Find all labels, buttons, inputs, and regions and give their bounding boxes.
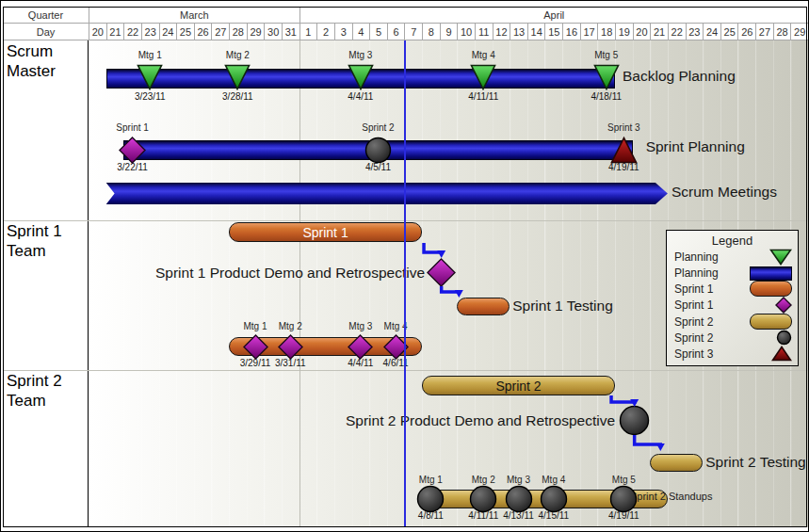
milestone-label: Mtg 5	[584, 475, 663, 485]
milestone-mtg-2-triangle-down[interactable]	[224, 64, 251, 90]
milestone-mtg-5-circle[interactable]	[609, 485, 638, 513]
task-bar-scrum-meetings[interactable]	[106, 183, 668, 204]
milestone-mtg-4-circle[interactable]	[540, 485, 568, 513]
task-label-sprint1-testing: Sprint 1 Testing	[512, 298, 613, 314]
day-header-cell: 29	[790, 24, 808, 40]
day-header-cell: 25	[720, 24, 738, 40]
day-header-cell: 5	[369, 24, 387, 40]
milestone-mtg-3-triangle-down[interactable]	[348, 64, 374, 90]
day-header-cell: 13	[510, 24, 527, 40]
milestone-sprint1-demo-diamond[interactable]	[427, 258, 456, 287]
row-header-column	[3, 7, 89, 527]
day-header-cell: 9	[440, 24, 458, 40]
day-header-cell: 20	[633, 24, 651, 40]
day-header-cell: 22	[123, 24, 141, 40]
milestone-mtg-3-circle[interactable]	[505, 485, 533, 513]
current-date-line	[404, 40, 406, 527]
task-bar-label: Sprint 2	[423, 377, 614, 395]
legend-shape-triangle-up-darkred	[743, 346, 794, 362]
day-header-cell: 11	[475, 24, 493, 40]
milestone-date: 4/19/11	[584, 162, 663, 172]
legend-item: Sprint 2	[671, 314, 794, 330]
day-header-cell: 14	[527, 24, 545, 40]
day-header-cell: 3	[334, 24, 352, 40]
milestone-mtg-4-triangle-down[interactable]	[470, 64, 496, 90]
milestone-date: 3/31/11	[251, 358, 330, 368]
milestone-mtg-2-circle[interactable]	[469, 485, 497, 513]
day-header-cell: 2	[316, 24, 334, 40]
day-header-cell: 26	[737, 24, 755, 40]
legend-item: Sprint 1	[671, 281, 794, 297]
milestone-mtg-1-triangle-down[interactable]	[137, 64, 163, 90]
legend-bar-swatch	[750, 314, 792, 330]
task-bar-label: Sprint 1	[230, 223, 421, 241]
legend-shape-triangle-down-green	[743, 249, 794, 266]
legend-item-label: Sprint 2	[671, 315, 743, 329]
gantt-chart: Quarter Day MarchApril 20212223242526272…	[0, 0, 809, 532]
task-bar-sprint1-testing[interactable]	[457, 298, 510, 315]
legend-item-label: Sprint 1	[671, 298, 743, 312]
milestone-sprint2-demo-circle[interactable]	[619, 405, 650, 436]
day-header-cell: 19	[615, 24, 633, 40]
day-header-cell: 23	[686, 24, 704, 40]
milestone-sprint-2-circle[interactable]	[364, 137, 392, 164]
milestone-label: Mtg 2	[251, 321, 330, 331]
day-header-cell: 27	[211, 24, 229, 40]
milestone-label: Mtg 2	[198, 50, 277, 60]
day-header-cell: 20	[89, 24, 106, 40]
task-bar-sprint2[interactable]: Sprint 2	[422, 376, 615, 395]
legend-shape-diamond-purple	[743, 297, 794, 314]
day-header-cell: 24	[159, 24, 177, 40]
day-header-cell: 24	[703, 24, 720, 40]
milestone-label: Mtg 5	[567, 50, 646, 60]
milestone-date: 3/22/11	[93, 162, 172, 172]
legend-item-label: Planning	[671, 266, 743, 280]
task-label-scrum-meetings: Scrum Meetings	[671, 184, 777, 201]
day-header-cell: 26	[194, 24, 212, 40]
task-label-sprint1-demo: Sprint 1 Product Demo and Retrospective	[155, 265, 425, 282]
milestone-label: Sprint 1	[93, 122, 172, 133]
day-header-cell: 28	[229, 24, 247, 40]
task-bar-sprint2-testing[interactable]	[650, 454, 703, 472]
legend-shape-circle-dark	[743, 330, 794, 346]
milestone-label: Mtg 3	[321, 50, 400, 60]
day-header-cell: 21	[650, 24, 668, 40]
day-header-cell: 15	[544, 24, 562, 40]
month-separator-line	[299, 40, 300, 527]
milestone-mtg-2-diamond[interactable]	[278, 334, 303, 360]
day-header-cell: 10	[457, 24, 475, 40]
legend-bar-swatch	[750, 281, 792, 297]
day-header-cell: 12	[493, 24, 510, 40]
milestone-mtg-1-circle[interactable]	[416, 485, 445, 513]
legend-shape-bar-blue	[743, 266, 794, 281]
milestone-mtg-1-diamond[interactable]	[243, 334, 268, 360]
task-label-sprint2-testing: Sprint 2 Testing	[705, 454, 806, 471]
day-header-cell: 1	[299, 24, 317, 40]
day-header-cell: 7	[404, 24, 422, 40]
milestone-mtg-3-diamond[interactable]	[348, 334, 373, 360]
task-label-sprint-planning: Sprint Planning	[646, 138, 745, 155]
milestone-sprint-1-diamond[interactable]	[119, 137, 146, 164]
day-header-cell: 8	[422, 24, 440, 40]
legend-item: Sprint 1	[671, 297, 794, 314]
task-label-sprint2-demo: Sprint 2 Product Demo and Retrospective	[346, 412, 615, 429]
row-header-sprint-1-team: Sprint 1 Team	[7, 222, 86, 261]
milestone-label: Sprint 3	[584, 122, 663, 133]
day-header-cell: 21	[106, 24, 124, 40]
milestone-date: 4/18/11	[567, 91, 646, 102]
milestone-date: 3/28/11	[198, 91, 277, 102]
quarter-header-label: Quarter	[3, 7, 89, 24]
legend: Legend PlanningPlanningSprint 1Sprint 1S…	[666, 230, 799, 366]
task-bar-sprint1[interactable]: Sprint 1	[229, 222, 422, 242]
legend-item: Sprint 2	[671, 330, 794, 346]
milestone-sprint-3-triangle-up[interactable]	[610, 137, 638, 164]
legend-item-label: Sprint 2	[671, 331, 743, 345]
milestone-date: 4/11/11	[444, 91, 523, 102]
legend-item: Planning	[671, 266, 794, 281]
legend-item: Sprint 3	[671, 346, 794, 362]
milestone-mtg-5-triangle-down[interactable]	[593, 64, 620, 90]
day-header-cell: 31	[282, 24, 299, 40]
day-header-cell: 16	[562, 24, 580, 40]
day-header-cell: 28	[773, 24, 791, 40]
day-header-cell: 4	[352, 24, 370, 40]
